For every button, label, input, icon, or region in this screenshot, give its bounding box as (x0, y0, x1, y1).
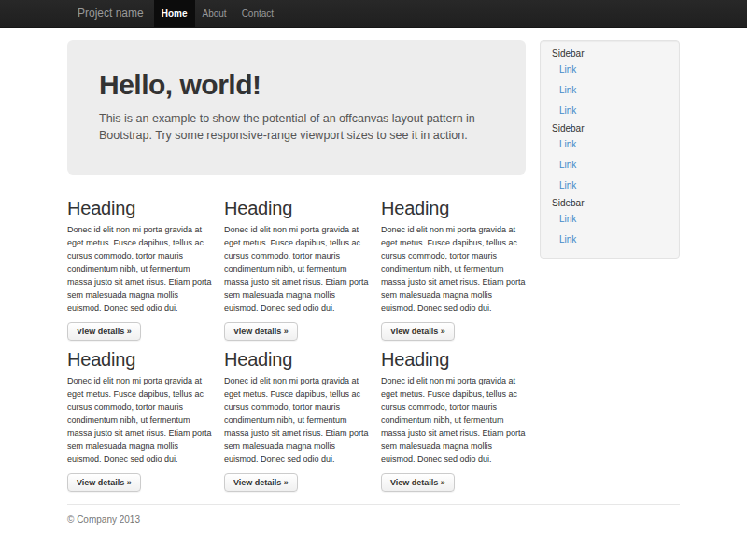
card-text: Donec id elit non mi porta gravida at eg… (224, 223, 369, 315)
navbar: Project name Home About Contact (0, 0, 747, 28)
jumbotron: Hello, world! This is an example to show… (67, 40, 526, 175)
card: Heading Donec id elit non mi porta gravi… (224, 198, 369, 341)
card-text: Donec id elit non mi porta gravida at eg… (381, 374, 526, 466)
view-details-button[interactable]: View details » (67, 322, 141, 341)
jumbotron-text: This is an example to show the potential… (99, 110, 494, 144)
sidebar-heading: Sidebar (552, 123, 668, 134)
sidebar-heading: Sidebar (552, 198, 668, 209)
navbar-nav: Home About Contact (154, 0, 281, 27)
nav-item-home[interactable]: Home (154, 0, 195, 27)
card: Heading Donec id elit non mi porta gravi… (67, 198, 212, 341)
sidebar-group: Sidebar Link Link Link (552, 49, 668, 121)
content-row: Hello, world! This is an example to show… (67, 40, 680, 492)
sidebar-heading: Sidebar (552, 49, 668, 60)
sidebar-link[interactable]: Link (552, 80, 668, 101)
card-text: Donec id elit non mi porta gravida at eg… (67, 374, 212, 466)
navbar-inner: Project name Home About Contact (67, 0, 680, 27)
view-details-button[interactable]: View details » (224, 473, 298, 492)
card: Heading Donec id elit non mi porta gravi… (381, 198, 526, 341)
cards-row-1: Heading Donec id elit non mi porta gravi… (67, 198, 526, 341)
view-details-button[interactable]: View details » (224, 322, 298, 341)
view-details-button[interactable]: View details » (381, 473, 455, 492)
copyright-text: © Company 2013 (67, 514, 680, 525)
card-title: Heading (67, 198, 212, 218)
card-text: Donec id elit non mi porta gravida at eg… (224, 374, 369, 466)
sidebar: Sidebar Link Link Link Sidebar Link Link… (540, 40, 680, 259)
sidebar-link[interactable]: Link (552, 230, 668, 250)
brand-link[interactable]: Project name (67, 0, 154, 27)
view-details-button[interactable]: View details » (381, 322, 455, 341)
sidebar-link[interactable]: Link (552, 209, 668, 230)
view-details-button[interactable]: View details » (67, 473, 141, 492)
sidebar-group: Sidebar Link Link (552, 198, 668, 250)
sidebar-link[interactable]: Link (552, 175, 668, 196)
sidebar-link[interactable]: Link (552, 101, 668, 121)
cards-row-2: Heading Donec id elit non mi porta gravi… (67, 349, 526, 492)
nav-item-about[interactable]: About (195, 0, 234, 27)
main-column: Hello, world! This is an example to show… (67, 40, 526, 492)
sidebar-link[interactable]: Link (552, 155, 668, 175)
card-title: Heading (67, 349, 212, 370)
jumbotron-title: Hello, world! (99, 69, 494, 100)
card-text: Donec id elit non mi porta gravida at eg… (67, 223, 212, 315)
card-title: Heading (224, 198, 369, 218)
card-title: Heading (381, 349, 526, 370)
sidebar-group: Sidebar Link Link Link (552, 123, 668, 196)
card-text: Donec id elit non mi porta gravida at eg… (381, 223, 526, 315)
card-title: Heading (381, 198, 526, 218)
card: Heading Donec id elit non mi porta gravi… (381, 349, 526, 492)
sidebar-link[interactable]: Link (552, 60, 668, 80)
card: Heading Donec id elit non mi porta gravi… (67, 349, 212, 492)
nav-item-contact[interactable]: Contact (234, 0, 281, 27)
sidebar-link[interactable]: Link (552, 134, 668, 155)
page-container: Hello, world! This is an example to show… (67, 40, 680, 525)
footer-divider (67, 504, 680, 505)
card-title: Heading (224, 349, 369, 370)
card: Heading Donec id elit non mi porta gravi… (224, 349, 369, 492)
